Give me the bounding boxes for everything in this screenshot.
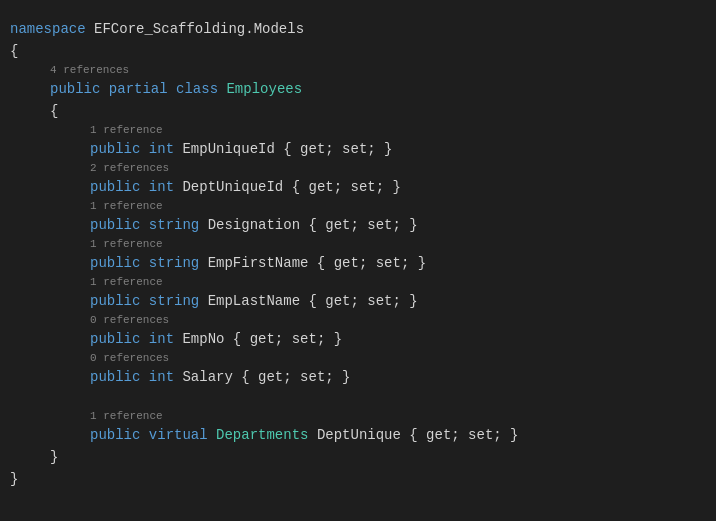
public-kw-6: public — [90, 331, 140, 347]
prop-designation-line: public string Designation { get; set; } — [10, 214, 716, 236]
ref-1a-label: 1 reference — [90, 122, 716, 138]
brace-open: { — [10, 43, 18, 59]
ref-2-line: 2 references — [10, 160, 716, 176]
ref-0a-line: 0 references — [10, 312, 716, 328]
class-brace-open: { — [50, 103, 58, 119]
ref-1e-label: 1 reference — [90, 408, 716, 424]
ref-0a-label: 0 references — [90, 312, 716, 328]
close-brace-class: } — [10, 446, 716, 468]
ref-1c-label: 1 reference — [90, 236, 716, 252]
prop-salary-line: public int Salary { get; set; } — [10, 366, 716, 388]
employees-classname: Employees — [226, 81, 302, 97]
ref-1c-line: 1 reference — [10, 236, 716, 252]
code-editor: namespace EFCore_Scaffolding.Models { 4 … — [0, 0, 716, 521]
int-kw-2: int — [149, 179, 174, 195]
ref-4-line: 4 references — [10, 62, 716, 78]
string-kw-3: string — [149, 293, 199, 309]
namespace-value: EFCore_Scaffolding.Models — [86, 21, 304, 37]
ref-1d-label: 1 reference — [90, 274, 716, 290]
public-kw-7: public — [90, 369, 140, 385]
public-keyword: public — [50, 81, 100, 97]
blank-line — [10, 388, 716, 408]
prop-deptunique-nav-line: public virtual Departments DeptUnique { … — [10, 424, 716, 446]
ref-2-label: 2 references — [90, 160, 716, 176]
code-content: namespace EFCore_Scaffolding.Models { 4 … — [0, 10, 716, 498]
ref-1a-line: 1 reference — [10, 122, 716, 138]
departments-classname: Departments — [216, 427, 308, 443]
public-kw-3: public — [90, 217, 140, 233]
int-kw-4: int — [149, 369, 174, 385]
public-kw-4: public — [90, 255, 140, 271]
prop-deptuniqueid-line: public int DeptUniqueId { get; set; } — [10, 176, 716, 198]
prop-empfirstname-line: public string EmpFirstName { get; set; } — [10, 252, 716, 274]
prop-empuniqueid-line: public int EmpUniqueId { get; set; } — [10, 138, 716, 160]
open-brace-class: { — [10, 100, 716, 122]
int-kw-3: int — [149, 331, 174, 347]
string-kw-1: string — [149, 217, 199, 233]
ref-0b-line: 0 references — [10, 350, 716, 366]
partial-keyword: partial — [109, 81, 168, 97]
int-kw-1: int — [149, 141, 174, 157]
outer-brace-close: } — [10, 471, 18, 487]
ref-1d-line: 1 reference — [10, 274, 716, 290]
class-declaration-line: public partial class Employees — [10, 78, 716, 100]
namespace-line: namespace EFCore_Scaffolding.Models — [10, 18, 716, 40]
ref-1b-label: 1 reference — [90, 198, 716, 214]
ref-4-label: 4 references — [50, 62, 716, 78]
public-kw-2: public — [90, 179, 140, 195]
class-brace-close: } — [50, 449, 58, 465]
close-brace-outer: } — [10, 468, 716, 490]
open-brace-outer: { — [10, 40, 716, 62]
prop-empno-line: public int EmpNo { get; set; } — [10, 328, 716, 350]
public-kw-5: public — [90, 293, 140, 309]
ref-1b-line: 1 reference — [10, 198, 716, 214]
public-kw-1: public — [90, 141, 140, 157]
prop-emplastname-line: public string EmpLastName { get; set; } — [10, 290, 716, 312]
virtual-kw: virtual — [149, 427, 208, 443]
public-kw-8: public — [90, 427, 140, 443]
ref-0b-label: 0 references — [90, 350, 716, 366]
string-kw-2: string — [149, 255, 199, 271]
ref-1e-line: 1 reference — [10, 408, 716, 424]
namespace-keyword: namespace — [10, 21, 86, 37]
class-keyword: class — [176, 81, 218, 97]
